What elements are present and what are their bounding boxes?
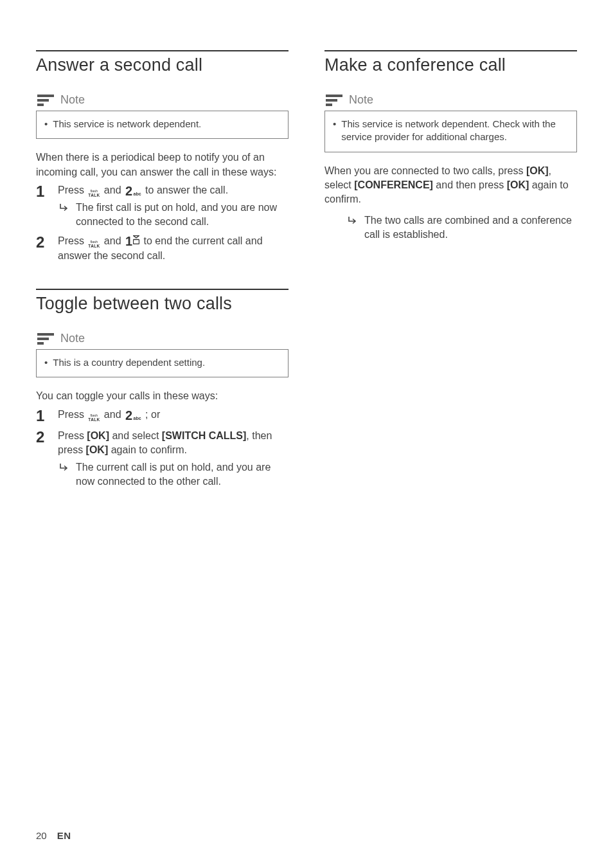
step1-text-b: and	[101, 185, 124, 195]
page-lang: EN	[57, 830, 71, 841]
note-icon	[326, 93, 342, 107]
step1-text-a: Press	[58, 185, 87, 195]
ok-label: [OK]	[526, 165, 549, 176]
key-2abc-icon: 2abc	[125, 185, 141, 197]
result-body: The two calls are combined and a confere…	[346, 211, 577, 242]
note-label: Note	[349, 93, 373, 107]
switch-calls-label: [SWITCH CALLS]	[162, 430, 247, 441]
talk-key-icon: flashTALK	[88, 190, 100, 198]
step1-result-text: The first call is put on hold, and you a…	[76, 201, 289, 230]
note-label: Note	[60, 93, 85, 107]
note-box: • This is a country dependent setting.	[36, 349, 289, 377]
conference-result: The two calls are combined and a confere…	[346, 211, 577, 242]
note-text: This service is network dependent. Check…	[341, 118, 569, 144]
step-2: 2 Press [OK] and select [SWITCH CALLS], …	[36, 429, 289, 489]
svg-rect-3	[134, 240, 139, 244]
svg-rect-0	[37, 95, 54, 97]
note-header: Note	[324, 89, 577, 111]
svg-rect-9	[326, 104, 332, 106]
step1-text-c: ; or	[143, 409, 161, 420]
bullet-dot: •	[44, 118, 48, 131]
step-body: Press flashTALK and 2abc ; or	[58, 408, 289, 424]
step-number: 1	[36, 183, 48, 229]
result-arrow-icon	[59, 460, 69, 489]
note-box: • This service is network dependent.	[36, 111, 289, 139]
right-column: Make a conference call Note	[324, 50, 577, 515]
svg-rect-2	[37, 104, 44, 106]
heading-answer-second-call: Answer a second call	[36, 55, 289, 75]
svg-rect-4	[37, 333, 54, 336]
talk-key-icon: flashTALK	[88, 240, 100, 249]
section-toggle-calls: Toggle between two calls Note	[36, 289, 289, 489]
step2-result: The current call is put on hold, and you…	[58, 460, 289, 489]
section-divider	[36, 289, 289, 290]
page-footer: 20 EN	[36, 830, 71, 841]
ok-label: [OK]	[507, 179, 529, 190]
two-column-layout: Answer a second call Note	[36, 50, 577, 515]
note-header: Note	[36, 89, 289, 111]
section-conference-call: Make a conference call Note	[324, 50, 577, 242]
conference-paragraph: When you are connected to two calls, pre…	[324, 164, 577, 207]
svg-rect-5	[37, 338, 49, 340]
intro-paragraph: You can toggle your calls in these ways:	[36, 389, 289, 403]
note-block: Note • This service is network dependent…	[36, 89, 289, 139]
page: Answer a second call Note	[0, 0, 613, 868]
steps-list: 1 Press flashTALK and 2abc to answer the…	[36, 183, 289, 263]
section-divider	[324, 50, 577, 51]
note-block: Note • This service is network dependent…	[324, 89, 577, 152]
step-number: 1	[36, 408, 48, 424]
note-header: Note	[36, 328, 289, 349]
para-text-a: When you are connected to two calls, pre…	[324, 165, 526, 176]
step2-text-b: and	[101, 235, 124, 246]
heading-conference-call: Make a conference call	[324, 55, 577, 75]
talk-key-icon: flashTALK	[88, 414, 100, 422]
note-bullet: • This service is network dependent. Che…	[333, 118, 569, 144]
bullet-dot: •	[44, 356, 48, 369]
note-block: Note • This is a country dependent setti…	[36, 328, 289, 377]
step-body: Press [OK] and select [SWITCH CALLS], th…	[58, 429, 289, 489]
note-text: This service is network dependent.	[53, 118, 201, 131]
left-column: Answer a second call Note	[36, 50, 289, 515]
result-arrow-icon	[348, 213, 358, 242]
step-number: 2	[36, 429, 48, 489]
ok-label: [OK]	[87, 430, 109, 441]
step1-text-c: to answer the call.	[143, 185, 228, 195]
bullet-dot: •	[333, 118, 336, 144]
step-2: 2 Press flashTALK and 1 to end the curre…	[36, 234, 289, 263]
step1-result: The first call is put on hold, and you a…	[58, 201, 289, 230]
svg-rect-1	[37, 99, 49, 102]
step-body: Press flashTALK and 2abc to answer the c…	[58, 183, 289, 229]
note-bullet: • This is a country dependent setting.	[44, 356, 280, 369]
svg-rect-6	[37, 342, 44, 345]
svg-rect-8	[326, 99, 337, 102]
section-divider	[36, 50, 289, 51]
intro-paragraph: When there is a periodical beep to notif…	[36, 150, 289, 179]
step2-text-b: and select	[109, 430, 162, 441]
result-row: The two calls are combined and a confere…	[346, 213, 577, 242]
conference-label: [CONFERENCE]	[354, 179, 433, 190]
para-text-c: and then press	[433, 179, 507, 190]
step-body: Press flashTALK and 1 to end the current…	[58, 234, 289, 263]
note-text: This is a country dependent setting.	[53, 356, 205, 369]
note-bullet: • This service is network dependent.	[44, 118, 280, 131]
note-icon	[37, 93, 54, 107]
svg-rect-7	[326, 95, 342, 97]
step1-text-b: and	[101, 409, 124, 420]
step2-text-c: to end the current call and answer the s…	[58, 235, 263, 261]
step-1: 1 Press flashTALK and 2abc to answer the…	[36, 183, 289, 229]
conference-result-text: The two calls are combined and a confere…	[364, 213, 577, 242]
key-1-mail-icon: 1	[125, 235, 139, 248]
note-label: Note	[60, 332, 85, 345]
step-1: 1 Press flashTALK and 2abc ; or	[36, 408, 289, 424]
step2-text-a: Press	[58, 235, 87, 246]
step1-text-a: Press	[58, 409, 87, 420]
heading-toggle-calls: Toggle between two calls	[36, 294, 289, 314]
step2-result-text: The current call is put on hold, and you…	[76, 460, 289, 489]
note-icon	[37, 331, 54, 345]
key-2abc-icon: 2abc	[125, 409, 141, 422]
page-number: 20	[36, 830, 47, 841]
steps-list: 1 Press flashTALK and 2abc ; or 2 Press …	[36, 408, 289, 489]
step-number: 2	[36, 234, 48, 263]
result-arrow-icon	[59, 201, 69, 230]
ok-label: [OK]	[86, 444, 109, 455]
